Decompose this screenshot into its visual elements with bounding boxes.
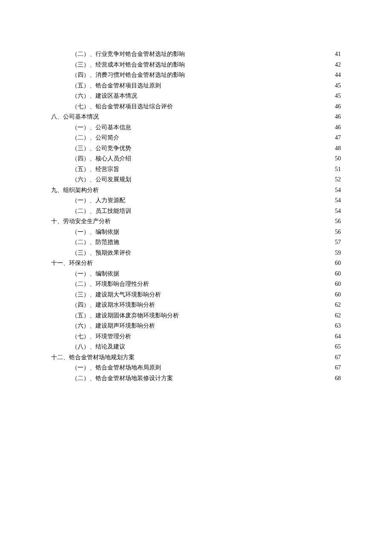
toc-entry-label: （二）、环境影响合理性分析 — [72, 279, 149, 290]
toc-entry: （七）、环境管理分析64 — [51, 331, 341, 342]
toc-entry: （七）、铅合金管材项目选址综合评价46 — [51, 102, 341, 112]
toc-entry: （八）、结论及建议65 — [51, 342, 341, 352]
toc-entry: （五）、锆合金管材项目选址原则45 — [51, 81, 341, 91]
toc-entry: （六）、公司发展规划52 — [51, 174, 341, 185]
toc-entry: （三）、公司竞争优势48 — [51, 143, 341, 154]
toc-entry: （三）、经营成本对锆合金管材选址的影响42 — [51, 60, 341, 70]
toc-entry-page: 60 — [335, 258, 341, 269]
toc-entry: （二）、锆合金管材场地装修设计方案68 — [51, 373, 341, 384]
toc-entry-label: （六）、公司发展规划 — [72, 174, 131, 185]
toc-entry-page: 41 — [335, 49, 341, 60]
toc-entry-page: 62 — [335, 311, 341, 321]
toc-entry: （二）、公司简介47 — [51, 133, 341, 143]
toc-entry-label: （四）、建设期水环境影响分析 — [72, 300, 155, 311]
toc-entry-label: 十一、环保分析 — [51, 258, 93, 269]
toc-entry-label: （八）、结论及建议 — [72, 342, 125, 352]
table-of-contents: （二）、行业竞争对锆合金管材选址的影响41（三）、经营成本对锆合金管材选址的影响… — [51, 49, 341, 384]
toc-entry-page: 46 — [335, 102, 341, 112]
toc-entry-page: 60 — [335, 269, 341, 279]
toc-entry-label: （四）、消费习惯对锆合金管材选址的影响 — [72, 70, 185, 81]
toc-entry: 八、公司基本情况 46 — [51, 112, 341, 122]
toc-entry-page: 56 — [335, 216, 341, 227]
toc-entry: （五）、经营宗旨51 — [51, 164, 341, 175]
toc-entry-page: 60 — [335, 279, 341, 290]
toc-entry-label: （一）、人力资源配 — [72, 195, 125, 206]
toc-entry-label: （五）、建设期固体废弃物环境影响分析 — [72, 311, 179, 321]
toc-entry-label: （一）、编制依据 — [72, 269, 119, 279]
toc-entry: （一）、编制依据56 — [51, 227, 341, 238]
toc-entry-page: 45 — [335, 81, 341, 91]
toc-entry-label: （二）、员工技能培训 — [72, 206, 131, 217]
toc-entry-label: （二）、锆合金管材场地装修设计方案 — [72, 373, 173, 384]
toc-entry: （二）、环境影响合理性分析60 — [51, 279, 341, 290]
toc-entry: （一）、公司基本信息46 — [51, 122, 341, 133]
toc-entry-label: （五）、锆合金管材项目选址原则 — [72, 81, 161, 91]
toc-entry: （一）、锆合金管材场地布局原则67 — [51, 363, 341, 373]
toc-entry-label: （三）、预期效果评价 — [72, 248, 131, 259]
toc-entry: （四）、核心人员介绍50 — [51, 154, 341, 164]
toc-entry: （二）、员工技能培训54 — [51, 206, 341, 217]
toc-entry: （二）、行业竞争对锆合金管材选址的影响41 — [51, 49, 341, 60]
toc-entry-page: 59 — [335, 248, 341, 259]
toc-entry: （二）、防范措施57 — [51, 237, 341, 248]
toc-entry: （四）、建设期水环境影响分析62 — [51, 300, 341, 311]
toc-entry-page: 47 — [335, 133, 341, 143]
toc-entry-page: 42 — [335, 60, 341, 70]
toc-entry-label: （二）、行业竞争对锆合金管材选址的影响 — [72, 49, 185, 60]
toc-entry-label: （二）、公司简介 — [72, 133, 119, 143]
toc-entry-page: 54 — [335, 195, 341, 206]
toc-entry-label: （六）、建设区基本情况 — [72, 91, 137, 102]
toc-entry: 十二、锆合金管材场地规划方案 67 — [51, 352, 341, 363]
toc-entry-page: 51 — [335, 164, 341, 175]
toc-entry-label: （一）、编制依据 — [72, 227, 119, 238]
toc-entry-label: 九、组织架构分析 — [51, 185, 99, 196]
toc-entry-label: （七）、环境管理分析 — [72, 331, 131, 342]
toc-entry-label: （五）、经营宗旨 — [72, 164, 119, 175]
toc-entry: （一）、人力资源配54 — [51, 195, 341, 206]
toc-entry-label: 十、劳动安全生产分析 — [51, 216, 111, 227]
toc-entry-label: （三）、经营成本对锆合金管材选址的影响 — [72, 60, 185, 70]
toc-entry-label: （六）、建设期声环境影响分析 — [72, 321, 155, 331]
toc-entry-label: （三）、公司竞争优势 — [72, 143, 131, 154]
toc-entry-page: 67 — [335, 363, 341, 373]
toc-entry: （三）、预期效果评价59 — [51, 248, 341, 259]
toc-entry-page: 62 — [335, 300, 341, 311]
toc-entry-page: 67 — [335, 352, 341, 363]
toc-entry-label: （一）、锆合金管材场地布局原则 — [72, 363, 161, 373]
toc-entry-page: 45 — [335, 91, 341, 102]
toc-entry-page: 63 — [335, 321, 341, 331]
toc-entry-label: （四）、核心人员介绍 — [72, 154, 131, 164]
toc-entry-label: 十二、锆合金管材场地规划方案 — [51, 352, 135, 363]
toc-entry-page: 46 — [335, 112, 341, 122]
toc-entry-page: 68 — [335, 373, 341, 384]
toc-entry: （一）、编制依据60 — [51, 269, 341, 279]
toc-entry-page: 57 — [335, 237, 341, 248]
toc-entry: （五）、建设期固体废弃物环境影响分析62 — [51, 311, 341, 321]
toc-entry-page: 54 — [335, 185, 341, 196]
toc-entry: （六）、建设区基本情况45 — [51, 91, 341, 102]
toc-entry: 十一、环保分析 60 — [51, 258, 341, 269]
toc-entry-page: 50 — [335, 154, 341, 164]
toc-entry-label: （七）、铅合金管材项目选址综合评价 — [72, 102, 173, 112]
toc-entry-page: 46 — [335, 122, 341, 133]
toc-entry-page: 54 — [335, 206, 341, 217]
toc-entry-label: （三）、建设期大气环境影响分析 — [72, 290, 161, 300]
toc-entry-page: 64 — [335, 331, 341, 342]
toc-entry: （三）、建设期大气环境影响分析60 — [51, 290, 341, 300]
toc-entry-label: （一）、公司基本信息 — [72, 122, 131, 133]
toc-entry-label: （二）、防范措施 — [72, 237, 119, 248]
toc-entry-page: 44 — [335, 70, 341, 81]
toc-entry: （六）、建设期声环境影响分析63 — [51, 321, 341, 331]
toc-entry: 九、组织架构分析 54 — [51, 185, 341, 196]
toc-entry-page: 56 — [335, 227, 341, 238]
toc-entry-page: 48 — [335, 143, 341, 154]
toc-entry-label: 八、公司基本情况 — [51, 112, 99, 122]
toc-entry-page: 65 — [335, 342, 341, 352]
toc-entry-page: 60 — [335, 290, 341, 300]
toc-entry-page: 52 — [335, 174, 341, 185]
toc-entry: （四）、消费习惯对锆合金管材选址的影响44 — [51, 70, 341, 81]
toc-entry: 十、劳动安全生产分析 56 — [51, 216, 341, 227]
